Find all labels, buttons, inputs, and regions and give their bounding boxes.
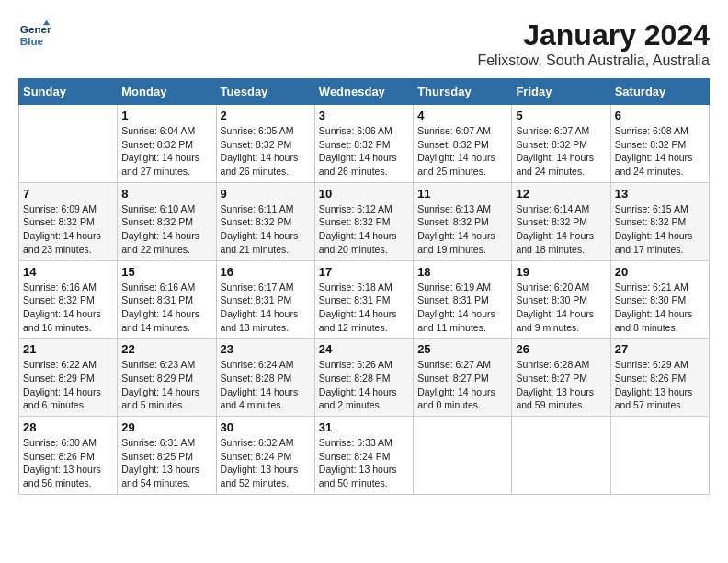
day-details: Sunrise: 6:21 AM Sunset: 8:30 PM Dayligh…	[615, 281, 705, 335]
calendar-cell: 28Sunrise: 6:30 AM Sunset: 8:26 PM Dayli…	[19, 417, 118, 495]
calendar-cell: 18Sunrise: 6:19 AM Sunset: 8:31 PM Dayli…	[414, 260, 512, 339]
day-number: 20	[615, 265, 705, 279]
day-number: 15	[121, 265, 211, 279]
calendar-cell: 13Sunrise: 6:15 AM Sunset: 8:32 PM Dayli…	[610, 182, 709, 260]
day-details: Sunrise: 6:13 AM Sunset: 8:32 PM Dayligh…	[417, 202, 507, 257]
day-number: 23	[221, 342, 311, 356]
day-details: Sunrise: 6:32 AM Sunset: 8:24 PM Dayligh…	[221, 436, 311, 490]
day-details: Sunrise: 6:23 AM Sunset: 8:29 PM Dayligh…	[121, 358, 211, 412]
calendar-cell: 7Sunrise: 6:09 AM Sunset: 8:32 PM Daylig…	[19, 182, 118, 260]
day-details: Sunrise: 6:05 AM Sunset: 8:32 PM Dayligh…	[221, 124, 311, 178]
calendar-cell	[19, 105, 118, 183]
calendar-cell: 21Sunrise: 6:22 AM Sunset: 8:29 PM Dayli…	[19, 339, 118, 417]
calendar-cell: 30Sunrise: 6:32 AM Sunset: 8:24 PM Dayli…	[216, 417, 314, 495]
day-details: Sunrise: 6:08 AM Sunset: 8:32 PM Dayligh…	[615, 124, 705, 178]
header-day-sunday: Sunday	[19, 79, 118, 105]
calendar-week-4: 21Sunrise: 6:22 AM Sunset: 8:29 PM Dayli…	[19, 339, 710, 417]
day-details: Sunrise: 6:19 AM Sunset: 8:31 PM Dayligh…	[417, 281, 507, 335]
calendar-cell: 27Sunrise: 6:29 AM Sunset: 8:26 PM Dayli…	[610, 339, 709, 417]
logo-icon: General Blue	[18, 18, 51, 52]
calendar-cell	[512, 417, 610, 495]
day-details: Sunrise: 6:10 AM Sunset: 8:32 PM Dayligh…	[121, 202, 211, 257]
calendar-cell: 19Sunrise: 6:20 AM Sunset: 8:30 PM Dayli…	[512, 260, 610, 339]
day-details: Sunrise: 6:09 AM Sunset: 8:32 PM Dayligh…	[23, 202, 113, 257]
calendar-cell	[610, 417, 709, 495]
day-number: 3	[319, 109, 409, 122]
calendar-week-1: 1Sunrise: 6:04 AM Sunset: 8:32 PM Daylig…	[19, 105, 710, 183]
calendar-cell: 31Sunrise: 6:33 AM Sunset: 8:24 PM Dayli…	[314, 417, 413, 495]
day-details: Sunrise: 6:24 AM Sunset: 8:28 PM Dayligh…	[221, 358, 311, 412]
svg-text:Blue: Blue	[20, 35, 44, 47]
day-number: 19	[516, 265, 606, 279]
calendar-cell: 4Sunrise: 6:07 AM Sunset: 8:32 PM Daylig…	[414, 105, 512, 183]
calendar-cell: 20Sunrise: 6:21 AM Sunset: 8:30 PM Dayli…	[610, 260, 709, 339]
day-details: Sunrise: 6:16 AM Sunset: 8:32 PM Dayligh…	[23, 281, 113, 335]
day-details: Sunrise: 6:30 AM Sunset: 8:26 PM Dayligh…	[23, 436, 113, 490]
calendar-cell: 2Sunrise: 6:05 AM Sunset: 8:32 PM Daylig…	[216, 105, 314, 183]
day-number: 28	[23, 420, 113, 434]
day-details: Sunrise: 6:27 AM Sunset: 8:27 PM Dayligh…	[417, 358, 507, 412]
day-details: Sunrise: 6:15 AM Sunset: 8:32 PM Dayligh…	[615, 202, 705, 257]
calendar-cell: 3Sunrise: 6:06 AM Sunset: 8:32 PM Daylig…	[314, 105, 413, 183]
day-number: 10	[319, 187, 409, 201]
calendar-cell: 6Sunrise: 6:08 AM Sunset: 8:32 PM Daylig…	[610, 105, 709, 183]
calendar-header: SundayMondayTuesdayWednesdayThursdayFrid…	[19, 79, 710, 105]
calendar-cell: 22Sunrise: 6:23 AM Sunset: 8:29 PM Dayli…	[118, 339, 216, 417]
calendar-week-2: 7Sunrise: 6:09 AM Sunset: 8:32 PM Daylig…	[19, 182, 710, 260]
day-details: Sunrise: 6:04 AM Sunset: 8:32 PM Dayligh…	[121, 124, 211, 178]
day-details: Sunrise: 6:33 AM Sunset: 8:24 PM Dayligh…	[319, 436, 409, 490]
calendar-cell: 11Sunrise: 6:13 AM Sunset: 8:32 PM Dayli…	[414, 182, 512, 260]
calendar-cell: 14Sunrise: 6:16 AM Sunset: 8:32 PM Dayli…	[19, 260, 118, 339]
day-number: 16	[221, 265, 311, 279]
day-number: 4	[417, 109, 507, 122]
day-number: 30	[221, 420, 311, 434]
day-details: Sunrise: 6:06 AM Sunset: 8:32 PM Dayligh…	[319, 124, 409, 178]
calendar-cell: 15Sunrise: 6:16 AM Sunset: 8:31 PM Dayli…	[118, 260, 216, 339]
day-number: 8	[121, 187, 211, 201]
calendar-cell: 5Sunrise: 6:07 AM Sunset: 8:32 PM Daylig…	[512, 105, 610, 183]
calendar-cell: 1Sunrise: 6:04 AM Sunset: 8:32 PM Daylig…	[118, 105, 216, 183]
calendar-body: 1Sunrise: 6:04 AM Sunset: 8:32 PM Daylig…	[19, 105, 710, 495]
calendar-cell: 9Sunrise: 6:11 AM Sunset: 8:32 PM Daylig…	[216, 182, 314, 260]
day-details: Sunrise: 6:29 AM Sunset: 8:26 PM Dayligh…	[615, 358, 705, 412]
day-details: Sunrise: 6:20 AM Sunset: 8:30 PM Dayligh…	[516, 281, 606, 335]
calendar-cell: 16Sunrise: 6:17 AM Sunset: 8:31 PM Dayli…	[216, 260, 314, 339]
day-number: 2	[221, 109, 311, 122]
day-details: Sunrise: 6:12 AM Sunset: 8:32 PM Dayligh…	[319, 202, 409, 257]
day-details: Sunrise: 6:26 AM Sunset: 8:28 PM Dayligh…	[319, 358, 409, 412]
day-details: Sunrise: 6:14 AM Sunset: 8:32 PM Dayligh…	[516, 202, 606, 257]
header-day-monday: Monday	[118, 79, 216, 105]
day-details: Sunrise: 6:16 AM Sunset: 8:31 PM Dayligh…	[121, 281, 211, 335]
day-number: 14	[23, 265, 113, 279]
calendar-week-5: 28Sunrise: 6:30 AM Sunset: 8:26 PM Dayli…	[19, 417, 710, 495]
day-number: 17	[319, 265, 409, 279]
calendar-cell: 12Sunrise: 6:14 AM Sunset: 8:32 PM Dayli…	[512, 182, 610, 260]
day-number: 27	[615, 342, 705, 356]
title-section: January 2024 Felixstow, South Australia,…	[477, 18, 710, 69]
day-number: 1	[121, 109, 211, 122]
day-number: 5	[516, 109, 606, 122]
page-subtitle: Felixstow, South Australia, Australia	[477, 52, 710, 69]
day-number: 25	[417, 342, 507, 356]
calendar-table: SundayMondayTuesdayWednesdayThursdayFrid…	[18, 78, 710, 495]
day-details: Sunrise: 6:17 AM Sunset: 8:31 PM Dayligh…	[221, 281, 311, 335]
page-title: January 2024	[477, 18, 710, 52]
header-day-saturday: Saturday	[610, 79, 709, 105]
day-details: Sunrise: 6:11 AM Sunset: 8:32 PM Dayligh…	[221, 202, 311, 257]
calendar-cell: 29Sunrise: 6:31 AM Sunset: 8:25 PM Dayli…	[118, 417, 216, 495]
calendar-cell: 17Sunrise: 6:18 AM Sunset: 8:31 PM Dayli…	[314, 260, 413, 339]
header-day-wednesday: Wednesday	[314, 79, 413, 105]
day-number: 22	[121, 342, 211, 356]
day-number: 13	[615, 187, 705, 201]
header-day-tuesday: Tuesday	[216, 79, 314, 105]
calendar-cell: 24Sunrise: 6:26 AM Sunset: 8:28 PM Dayli…	[314, 339, 413, 417]
calendar-cell: 25Sunrise: 6:27 AM Sunset: 8:27 PM Dayli…	[414, 339, 512, 417]
day-number: 29	[121, 420, 211, 434]
day-number: 21	[23, 342, 113, 356]
day-details: Sunrise: 6:07 AM Sunset: 8:32 PM Dayligh…	[516, 124, 606, 178]
day-number: 9	[221, 187, 311, 201]
calendar-cell: 26Sunrise: 6:28 AM Sunset: 8:27 PM Dayli…	[512, 339, 610, 417]
header-day-thursday: Thursday	[414, 79, 512, 105]
header-day-friday: Friday	[512, 79, 610, 105]
header: General Blue January 2024 Felixstow, Sou…	[18, 18, 710, 69]
